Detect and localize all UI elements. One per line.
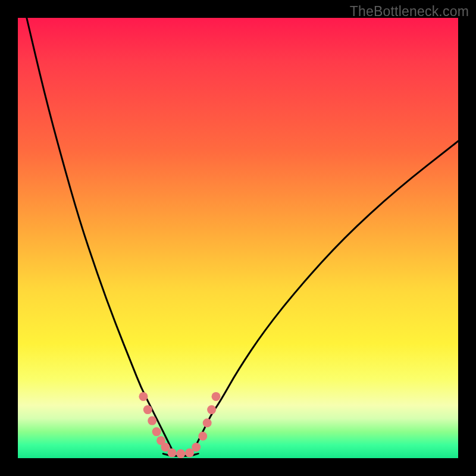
- plot-area: [18, 18, 458, 458]
- marker-dot: [212, 392, 221, 401]
- series-right-curve: [194, 141, 458, 449]
- series-left-curve: [27, 18, 172, 449]
- marker-dot: [168, 449, 177, 458]
- marker-dot: [207, 405, 216, 414]
- marker-dot: [152, 427, 161, 436]
- chart-frame: TheBottleneck.com: [0, 0, 476, 476]
- marker-dot: [148, 416, 156, 425]
- marker-dot: [139, 392, 148, 401]
- marker-dot: [198, 432, 207, 441]
- marker-dot: [192, 443, 201, 452]
- curve-layer: [18, 18, 458, 458]
- marker-dot: [176, 449, 185, 458]
- marker-dot: [203, 418, 212, 427]
- watermark-text: TheBottleneck.com: [350, 4, 469, 20]
- marker-dot: [143, 405, 152, 414]
